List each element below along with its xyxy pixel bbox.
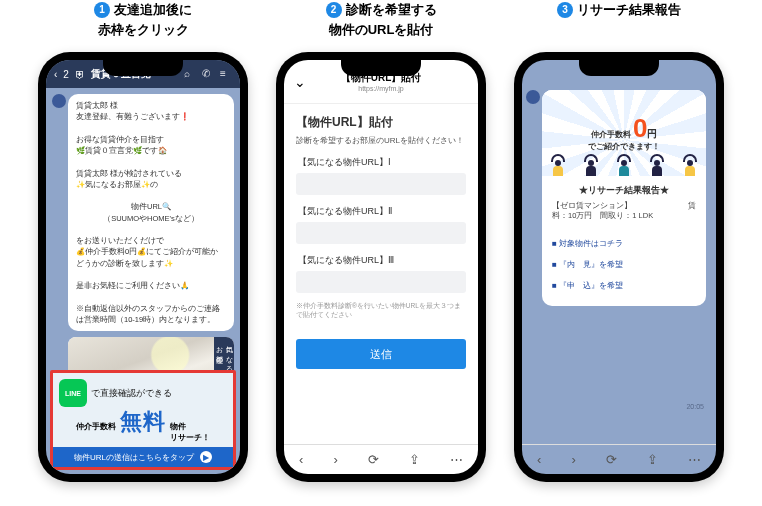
nav-back-icon[interactable]: ‹ [299, 452, 303, 467]
msg-greeting: 友達登録、有難うございます❗ [76, 111, 226, 122]
form-desc: 診断を希望するお部屋のURLを貼付ください！ [296, 135, 466, 146]
field-label-3: 【気になる物件URL】Ⅲ [298, 254, 466, 267]
phone-1: ‹ 2 ⛨ 賃貸０宣言党 ⌕ ✆ ≡ 賃貸太郎 様 友達登録、有難うございます❗… [38, 52, 248, 482]
people-illustration [542, 150, 706, 176]
step-1-number: 1 [94, 2, 110, 18]
step-2: 2診断を希望する物件のURLを貼付 ⌄ 【物件URL】貼付 https://my… [268, 0, 494, 482]
step-3: 3リサーチ結果報告 仲介手数料 0円 でご紹介できます！ [506, 0, 732, 482]
msg-l9: 💰仲介手数料0円💰にてご紹介が可能かどうかの診断を致します✨ [76, 246, 226, 269]
step-2-title: 2診断を希望する物件のURLを貼付 [326, 0, 437, 42]
banner-right: 物件リサーチ！ [170, 421, 210, 443]
share-icon[interactable]: ⇪ [647, 452, 658, 467]
result-hero: 仲介手数料 0円 でご紹介できます！ [542, 90, 706, 176]
banner-big: 無料 [120, 407, 166, 437]
hero-zero: 0 [633, 113, 647, 143]
phone-notch [103, 60, 183, 76]
banner-bar-text: 物件URLの送信はこちらをタップ [74, 452, 194, 463]
form-note: ※仲介手数料診断®を行いたい物件URLを最大３つまで貼付てください [296, 301, 466, 319]
field-label-2: 【気になる物件URL】Ⅱ [298, 205, 466, 218]
msg-l8: をお送りいただくだけで [76, 235, 226, 246]
msg-name: 賃貸太郎 様 [76, 100, 226, 111]
search-icon[interactable]: ⌕ [184, 68, 196, 80]
step-2-number: 2 [326, 2, 342, 18]
nav-forward-icon[interactable]: › [333, 452, 337, 467]
msg-l10: 是非お気軽にご利用ください🙏 [76, 280, 226, 291]
form-heading: 【物件URL】貼付 [296, 114, 466, 131]
more-icon[interactable]: ⋯ [688, 452, 701, 467]
avatar [52, 94, 66, 108]
step-1: 1友達追加後に赤枠をクリック ‹ 2 ⛨ 賃貸０宣言党 ⌕ ✆ ≡ 賃貸太郎 様 [30, 0, 256, 482]
step-3-title: 3リサーチ結果報告 [557, 0, 681, 42]
step-2-title-l2: 物件のURLを貼付 [329, 22, 434, 37]
step-1-title-l1: 友達追加後に [114, 2, 192, 17]
msg-l4: 賃貸太郎 様が検討されている [76, 168, 226, 179]
msg-l2: お得な賃貸仲介を目指す [76, 134, 226, 145]
chat-bubble: 賃貸太郎 様 友達登録、有難うございます❗ お得な賃貸仲介を目指す 🌿賃貸０宣言… [68, 94, 234, 331]
browser-tabbar: ‹ › ⟳ ⇪ ⋯ [284, 444, 478, 474]
hero-yen: 円 [647, 128, 657, 139]
phone-3: 仲介手数料 0円 でご紹介できます！ [514, 52, 724, 482]
hero-small-left: 仲介手数料 [591, 130, 631, 139]
share-icon[interactable]: ⇪ [409, 452, 420, 467]
avatar [526, 90, 540, 104]
reload-icon[interactable]: ⟳ [606, 452, 617, 467]
msg-l11: ※自動返信以外のスタッフからのご連絡は営業時間（10-19時）内となります。 [76, 303, 226, 326]
line-logo: LINE [59, 379, 87, 407]
msg-l6: 物件URL🔍 [76, 201, 226, 212]
step-3-number: 3 [557, 2, 573, 18]
link-viewing[interactable]: 『内 見』を希望 [552, 254, 696, 275]
link-apply[interactable]: 『申 込』を希望 [552, 275, 696, 296]
banner-top-text: で直接確認ができる [91, 387, 172, 400]
mansion-cat: 賃 [688, 201, 696, 211]
step-3-title-l1: リサーチ結果報告 [577, 2, 681, 17]
step-1-title-l2: 赤枠をクリック [98, 22, 189, 37]
step-1-title: 1友達追加後に赤枠をクリック [94, 0, 192, 42]
back-icon[interactable]: ‹ [54, 69, 57, 80]
banner-left: 仲介手数料 [76, 421, 116, 432]
result-title: ★リサーチ結果報告★ [552, 184, 696, 197]
url-input-3[interactable] [296, 271, 466, 293]
phone-notch [341, 60, 421, 76]
field-label-1: 【気になる物件URL】Ⅰ [298, 156, 466, 169]
line-banner[interactable]: LINE で直接確認ができる 仲介手数料 無料 物件リサーチ！ 物件URLの送信… [50, 370, 236, 470]
menu-icon[interactable]: ≡ [220, 68, 232, 80]
close-icon[interactable]: ⌄ [294, 74, 306, 90]
more-icon[interactable]: ⋯ [450, 452, 463, 467]
phone-2: ⌄ 【物件URL】貼付 https://myfm.jp 【物件URL】貼付 診断… [276, 52, 486, 482]
submit-button[interactable]: 送信 [296, 339, 466, 369]
msg-l7: （SUUMOやHOME'sなど） [76, 213, 226, 224]
url-input-2[interactable] [296, 222, 466, 244]
msg-l5: ✨気になるお部屋✨の [76, 179, 226, 190]
msg-l3: 🌿賃貸０宣言党🌿です🏠 [76, 145, 226, 156]
unread-badge: 2 [63, 69, 69, 80]
step-2-title-l1: 診断を希望する [346, 2, 437, 17]
result-card[interactable]: 仲介手数料 0円 でご紹介できます！ [542, 90, 706, 306]
browser-tabbar: ‹ › ⟳ ⇪ ⋯ [522, 444, 716, 474]
form-header-sub: https://myfm.jp [358, 85, 404, 92]
reload-icon[interactable]: ⟳ [368, 452, 379, 467]
call-icon[interactable]: ✆ [202, 68, 214, 80]
url-input-1[interactable] [296, 173, 466, 195]
nav-back-icon[interactable]: ‹ [537, 452, 541, 467]
shield-icon: ⛨ [75, 69, 85, 80]
phone-notch [579, 60, 659, 76]
mansion-name: 【ゼロ賃マンション】 [552, 201, 632, 211]
banner-cta-bar[interactable]: 物件URLの送信はこちらをタップ ▶ [53, 447, 233, 467]
link-property[interactable]: 対象物件はコチラ [552, 233, 696, 254]
arrow-right-icon: ▶ [200, 451, 212, 463]
timestamp: 20:05 [686, 403, 704, 410]
mansion-detail: 料：10万円 間取り：1 LDK [552, 211, 696, 221]
nav-forward-icon[interactable]: › [571, 452, 575, 467]
